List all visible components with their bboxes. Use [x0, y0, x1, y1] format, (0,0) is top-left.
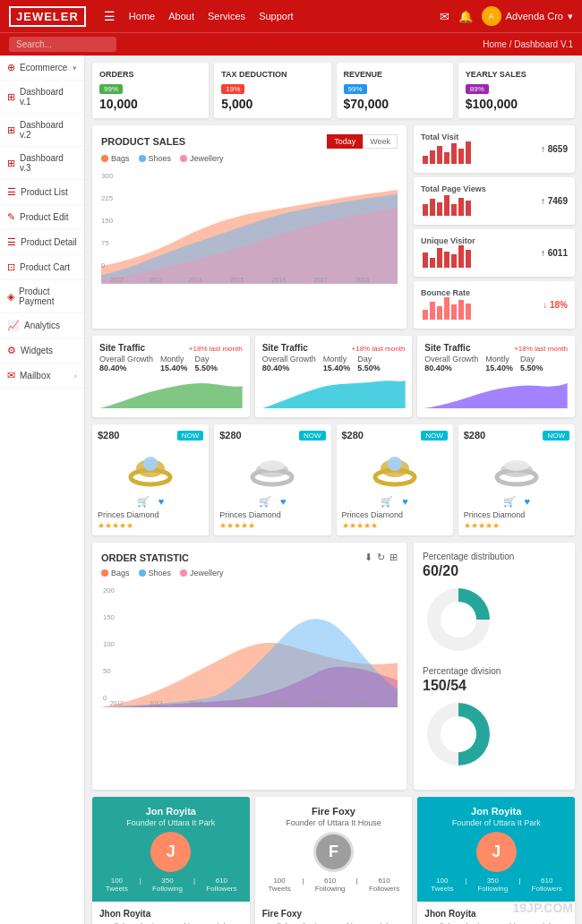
- mail-icon[interactable]: ✉: [440, 10, 449, 23]
- product-heart-action-3[interactable]: ♥: [525, 496, 531, 508]
- svg-text:2016: 2016: [272, 700, 286, 706]
- sidebar-label-3: Product List: [21, 187, 77, 197]
- grid-icon[interactable]: ⊞: [389, 552, 398, 563]
- stat-cards: ORDERS 99% 10,000 TAX DEDUCTION 19% 5,00…: [92, 63, 575, 118]
- product-actions-2: 🛒 ♥: [342, 496, 448, 508]
- tab-week[interactable]: Week: [363, 134, 398, 149]
- product-price-0: $280: [98, 430, 119, 441]
- brand-logo: JEWELER: [9, 6, 86, 27]
- ring-svg-3: [490, 446, 543, 491]
- svg-rect-24: [458, 198, 464, 216]
- profile-bottom-2: Jhon Royita To all the atharists attacki…: [417, 902, 575, 924]
- stat-card-yearly: YEARLY SALES 89% $100,000: [458, 63, 575, 118]
- tc-monthly-2: Montly15.40%: [485, 355, 513, 372]
- tc-overall-1: Overall Growth80.40%: [262, 355, 316, 372]
- product-header-2: $280 NOW: [342, 430, 448, 441]
- traffic-title-0: Site Traffic: [99, 343, 145, 353]
- svg-rect-39: [466, 304, 471, 320]
- product-name-0: Princes Diamond: [98, 510, 203, 519]
- product-cart-action-1[interactable]: 🛒: [259, 496, 271, 508]
- stat-total-visit: Total Visit ↑ 8659: [414, 125, 575, 173]
- profile-card-1: Fire Foxy Founder of Uttara It House F 1…: [255, 797, 413, 924]
- svg-text:2014: 2014: [188, 277, 201, 283]
- traffic-badge-1: +18% last month: [352, 345, 406, 353]
- svg-text:2018: 2018: [355, 277, 369, 283]
- nav-about[interactable]: About: [168, 11, 194, 21]
- download-icon[interactable]: ⬇: [364, 552, 372, 563]
- nav-services[interactable]: Services: [208, 11, 245, 21]
- legend-bags-label: Bags: [111, 154, 130, 163]
- breadcrumb: Home / Dashboard V.1: [483, 39, 573, 49]
- product-sales-card: PRODUCT SALES Today Week Bags Shoes: [92, 125, 407, 329]
- product-cart-action-3[interactable]: 🛒: [503, 496, 516, 508]
- sidebar-item-dashboard1[interactable]: ⊞ Dashboard v.1: [0, 81, 84, 114]
- sidebar-item-analytics[interactable]: 📈 Analytics: [0, 313, 84, 338]
- svg-rect-37: [451, 304, 457, 320]
- product-actions-3: 🛒 ♥: [464, 496, 569, 508]
- svg-text:2015: 2015: [230, 277, 244, 283]
- profile-bottom-name-0: Jhon Royita: [99, 909, 243, 919]
- nav-home[interactable]: Home: [129, 11, 155, 21]
- svg-text:2017: 2017: [314, 277, 328, 283]
- pie-label-1: Percentage division: [423, 666, 566, 676]
- sidebar-label-9: Widgets: [21, 346, 77, 355]
- traffic-card-1: Site Traffic +18% last month Overall Gro…: [255, 336, 413, 417]
- svg-point-48: [388, 457, 402, 471]
- traffic-badge-0: +18% last month: [189, 345, 243, 353]
- product-sales-legend: Bags Shoes Jewellery: [101, 154, 398, 163]
- ring-svg-1: [245, 446, 299, 491]
- mailbox-arrow: ‹: [74, 372, 77, 381]
- sidebar-label-1: Dashboard v.2: [20, 120, 77, 140]
- stat-badge-1: 19%: [221, 84, 244, 94]
- svg-rect-13: [430, 150, 435, 164]
- tab-today[interactable]: Today: [327, 134, 363, 149]
- traffic-chart-2: [424, 377, 568, 408]
- product-heart-action-1[interactable]: ♥: [280, 496, 287, 508]
- profile-cards-section: Jon Royita Founder of Uttara It Park J 1…: [92, 797, 575, 924]
- hamburger-icon[interactable]: ☰: [104, 9, 116, 23]
- sidebar-item-dashboard2[interactable]: ⊞ Dashboard v.2: [0, 114, 84, 147]
- sidebar-item-product-list[interactable]: ☰ Product List: [0, 180, 84, 205]
- product-cart-action-2[interactable]: 🛒: [381, 496, 393, 508]
- product-cart-action-0[interactable]: 🛒: [137, 496, 150, 508]
- user-menu[interactable]: A Advenda Cro ▾: [482, 6, 573, 26]
- ecommerce-icon: ⊕: [7, 62, 15, 73]
- product-stars-3: ★★★★★: [464, 521, 569, 530]
- product-edit-icon: ✎: [7, 211, 15, 223]
- sidebar-item-widgets[interactable]: ⚙ Widgets: [0, 338, 84, 364]
- page-views-chart: [421, 193, 475, 216]
- tc-day-2: Day5.50%: [520, 355, 543, 372]
- stat-unique-visitor: Unique Visitor ↑ 6011: [414, 229, 575, 277]
- pie-value-1: 150/54: [423, 678, 566, 694]
- refresh-icon[interactable]: ↻: [377, 552, 385, 563]
- product-cart-icon: ⊡: [7, 261, 15, 273]
- order-stat-chart: 200 150 100 50 0 2012 2013 2014 2015 201…: [101, 582, 398, 707]
- search-input[interactable]: [9, 37, 116, 52]
- sidebar-item-product-detail[interactable]: ☰ Product Detail: [0, 230, 84, 255]
- product-sales-section: PRODUCT SALES Today Week Bags Shoes: [92, 125, 575, 329]
- svg-rect-30: [451, 254, 457, 268]
- product-heart-action-2[interactable]: ♥: [402, 496, 408, 508]
- sidebar-item-product-payment[interactable]: ◈ Product Payment: [0, 280, 84, 313]
- profile-bottom-name-1: Fire Foxy: [262, 909, 406, 919]
- sidebar-item-product-edit[interactable]: ✎ Product Edit: [0, 205, 84, 230]
- sidebar-label-2: Dashboard v.3: [20, 153, 77, 173]
- product-heart-action-0[interactable]: ♥: [158, 496, 165, 508]
- svg-text:150: 150: [103, 613, 116, 621]
- sidebar-item-product-cart[interactable]: ⊡ Product Cart: [0, 255, 84, 280]
- product-sales-title: PRODUCT SALES: [101, 136, 185, 147]
- sidebar-label-8: Analytics: [24, 321, 77, 330]
- dashboard2-icon: ⊞: [7, 124, 15, 136]
- page-views-value: ↑ 7469: [541, 196, 568, 206]
- svg-text:0: 0: [101, 261, 106, 270]
- product-card-1: $280 NOW 🛒 ♥ Princes Diamond ★★★★★: [214, 424, 330, 535]
- traffic-card-2: Site Traffic +18% last month Overall Gro…: [417, 336, 575, 417]
- nav-support[interactable]: Support: [259, 11, 294, 21]
- sidebar-item-mailbox[interactable]: ✉ Mailbox ‹: [0, 364, 84, 389]
- pie-chart-0: [423, 584, 494, 655]
- profile-card-2: Jon Royita Founder of Uttara It Park J 1…: [417, 797, 575, 924]
- bell-icon[interactable]: 🔔: [458, 10, 473, 23]
- sidebar-ecommerce[interactable]: ⊕ Ecommerce ▾: [0, 56, 84, 81]
- sidebar-item-dashboard3[interactable]: ⊞ Dashboard v.3: [0, 147, 84, 180]
- pie-section-1: Percentage division 150/54: [423, 666, 566, 772]
